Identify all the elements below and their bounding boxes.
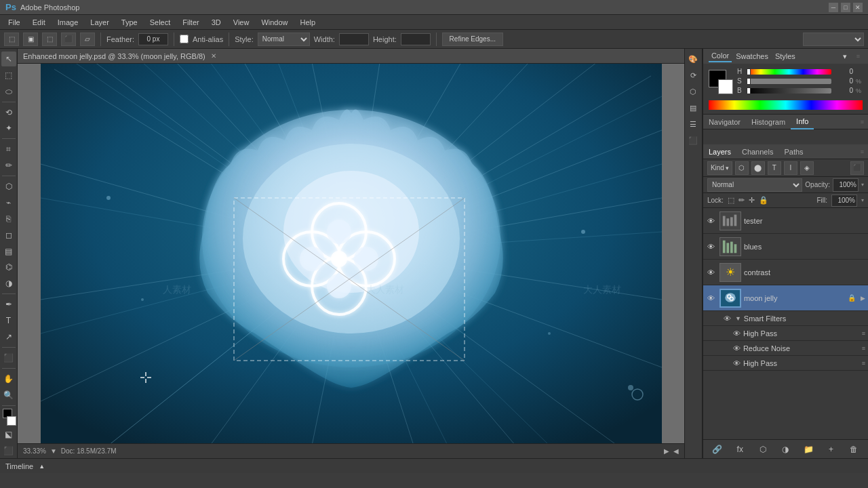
bg-swatch[interactable] [718, 79, 733, 94]
anti-alias-checkbox[interactable] [180, 35, 189, 43]
opacity-value[interactable]: 100% [833, 178, 859, 192]
menu-window[interactable]: Window [256, 17, 293, 28]
menu-view[interactable]: View [228, 17, 255, 28]
feather-input[interactable] [138, 33, 168, 45]
filter-options-reducenoise[interactable]: ≡ [862, 345, 865, 352]
s-slider[interactable] [747, 79, 831, 84]
menu-image[interactable]: Image [52, 17, 84, 28]
panel-icon-props[interactable]: ☰ [686, 117, 701, 131]
tool-eraser[interactable]: ◻ [1, 228, 16, 243]
lock-position-btn[interactable]: ✛ [749, 196, 755, 205]
lock-transparency-btn[interactable]: ⬚ [728, 196, 734, 205]
layer-item-moonjelly[interactable]: 👁 moon jelly 🔒 [703, 285, 868, 311]
menu-filter[interactable]: Filter [177, 17, 204, 28]
progress-arrow-right[interactable]: ▶ [664, 447, 669, 455]
styles-tab[interactable]: Styles [772, 51, 798, 62]
layer-item-contrast[interactable]: 👁 ☀ contrast [703, 260, 868, 285]
h-slider[interactable] [747, 69, 831, 75]
canvas-tab-close[interactable]: ✕ [211, 52, 216, 60]
tool-blur[interactable]: ⌬ [1, 260, 16, 275]
color-tab[interactable]: Color [709, 50, 732, 62]
tool-eyedropper[interactable]: ✏ [1, 158, 16, 173]
panel-icon-color[interactable]: 🎨 [686, 52, 701, 66]
lock-paint-btn[interactable]: ✏ [738, 196, 745, 205]
menu-edit[interactable]: Edit [27, 17, 51, 28]
progress-arrow-left[interactable]: ◀ [673, 447, 679, 455]
tool-path-select[interactable]: ↗ [1, 329, 16, 344]
tool-zoom[interactable]: 🔍 [1, 388, 16, 403]
panel-icon-history[interactable]: ⟳ [686, 68, 701, 83]
tool-option-btn-2[interactable]: ▣ [23, 33, 38, 46]
filter-item-reducenoise[interactable]: 👁 Reduce Noise ≡ [703, 341, 868, 356]
filter-shape-btn[interactable]: I [784, 161, 797, 175]
tool-lasso[interactable]: ⟲ [1, 105, 16, 120]
filter-visibility-highpass-2[interactable]: 👁 [733, 359, 741, 367]
add-layer-btn[interactable]: + [825, 443, 838, 456]
filter-smart-btn[interactable]: ◈ [800, 161, 814, 175]
layer-visibility-contrast[interactable]: 👁 [706, 267, 717, 278]
tool-move[interactable]: ↖ [1, 52, 16, 66]
add-adjustment-btn[interactable]: ◑ [778, 443, 792, 456]
info-panel-options[interactable]: ≡ [856, 119, 868, 125]
smart-filters-fold-icon[interactable]: ▼ [735, 315, 741, 322]
layer-item-blues[interactable]: 👁 blues [703, 234, 868, 260]
timeline-label[interactable]: Timeline [5, 462, 33, 470]
tool-hand[interactable]: ✋ [1, 371, 16, 386]
menu-3d[interactable]: 3D [206, 17, 226, 28]
smart-filters-visibility[interactable]: 👁 [724, 314, 731, 323]
layer-options-moonjelly[interactable]: ▶ [861, 295, 865, 302]
layer-visibility-tester[interactable]: 👁 [706, 216, 717, 226]
tool-type[interactable]: T [1, 313, 16, 328]
tool-screen-mode[interactable]: ⬛ [1, 443, 16, 458]
menu-file[interactable]: File [3, 17, 26, 28]
tool-option-btn-5[interactable]: ▱ [80, 33, 95, 46]
tool-clone[interactable]: ⎘ [1, 211, 16, 226]
delete-layer-btn[interactable]: 🗑 [847, 443, 861, 456]
histogram-tab[interactable]: Histogram [746, 115, 791, 129]
kind-filter[interactable]: Kind ▾ [707, 161, 732, 175]
tool-quick-mask[interactable]: ⬕ [1, 427, 16, 442]
height-input[interactable] [401, 33, 431, 45]
maximize-btn[interactable]: □ [841, 3, 850, 12]
layers-tab[interactable]: Layers [703, 145, 736, 159]
tool-healing[interactable]: ⬡ [1, 179, 16, 194]
panel-icon-tools[interactable]: ⬛ [686, 133, 701, 148]
filter-options-highpass-1[interactable]: ≡ [862, 330, 865, 337]
tool-brush[interactable]: ⌁ [1, 195, 16, 210]
tool-option-btn-1[interactable]: ⬚ [4, 33, 19, 46]
tool-pen[interactable]: ✒ [1, 297, 16, 312]
b-slider[interactable] [747, 88, 831, 94]
menu-type[interactable]: Type [116, 17, 143, 28]
h-thumb[interactable] [747, 68, 751, 75]
close-btn[interactable]: ✕ [853, 3, 863, 12]
filter-options-highpass-2[interactable]: ≡ [862, 360, 865, 367]
minimize-btn[interactable]: ─ [829, 3, 838, 12]
fg-bg-color[interactable] [1, 409, 16, 426]
filter-item-highpass-1[interactable]: 👁 High Pass ≡ [703, 326, 868, 341]
b-thumb[interactable] [747, 87, 751, 94]
tool-magic-wand[interactable]: ✦ [1, 121, 16, 136]
layer-visibility-blues[interactable]: 👁 [706, 241, 717, 252]
panel-icon-adjustment[interactable]: ⬡ [686, 84, 701, 99]
filter-item-highpass-2[interactable]: 👁 High Pass ≡ [703, 356, 868, 371]
panel-icon-layers[interactable]: ▤ [686, 100, 701, 115]
s-thumb[interactable] [747, 78, 751, 85]
window-controls[interactable]: ─ □ ✕ [829, 3, 863, 12]
filter-adjustment-btn[interactable]: ⬤ [751, 161, 765, 175]
background-color[interactable] [7, 416, 16, 426]
opacity-arrow-icon[interactable]: ▾ [861, 182, 864, 188]
refine-edges-btn[interactable]: Refine Edges... [442, 33, 503, 46]
tool-marquee-rect[interactable]: ⬚ [1, 68, 16, 83]
add-mask-btn[interactable]: ⬡ [756, 443, 770, 456]
menu-select[interactable]: Select [144, 17, 176, 28]
tool-crop[interactable]: ⌗ [1, 142, 16, 157]
link-layers-btn[interactable]: 🔗 [711, 443, 724, 456]
filter-toggle-btn[interactable]: ⬛ [850, 161, 864, 175]
fg-bg-swatches[interactable] [709, 70, 733, 94]
timeline-expand-icon[interactable]: ▲ [39, 463, 45, 470]
layer-visibility-moonjelly[interactable]: 👁 [706, 293, 717, 304]
color-spectrum[interactable] [709, 100, 863, 110]
canvas-container[interactable]: 人素材 大人素材 大人素材 [18, 64, 684, 443]
color-panel-collapse[interactable]: ▾ [840, 51, 850, 62]
menu-layer[interactable]: Layer [85, 17, 115, 28]
